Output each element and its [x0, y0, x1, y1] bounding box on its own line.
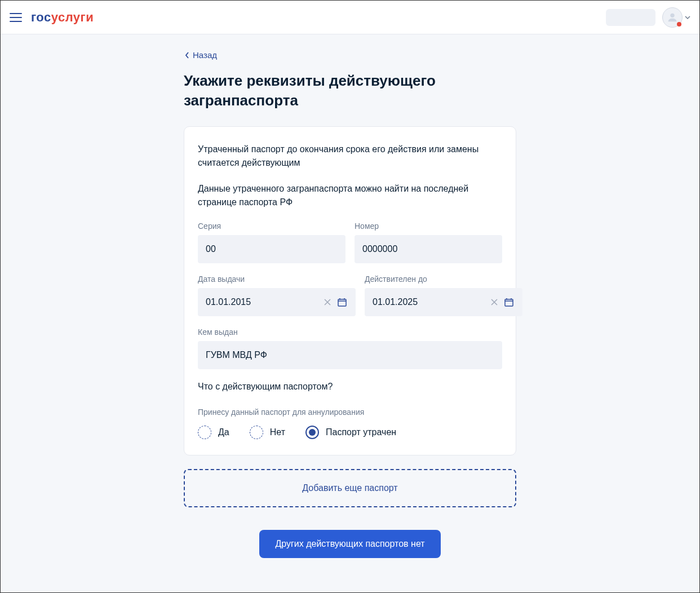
- radio-lost-label: Паспорт утрачен: [326, 427, 396, 437]
- chevron-left-icon: [185, 52, 189, 59]
- notification-dot-icon: [677, 22, 681, 26]
- series-input-field[interactable]: [206, 244, 338, 254]
- radio-lost[interactable]: Паспорт утрачен: [305, 426, 396, 439]
- user-menu[interactable]: [662, 7, 690, 28]
- passport-card: Утраченный паспорт до окончания срока ег…: [184, 126, 516, 455]
- add-passport-label: Добавить еще паспорт: [302, 483, 397, 493]
- back-link[interactable]: Назад: [185, 50, 217, 60]
- radio-group: Да Нет Паспорт утрачен: [198, 426, 502, 439]
- passport-status-question: Что с действующим паспортом?: [198, 382, 502, 392]
- back-label: Назад: [193, 50, 217, 60]
- header-action-placeholder: [606, 9, 655, 26]
- series-input[interactable]: [198, 235, 345, 263]
- radio-circle-no: [250, 426, 263, 439]
- add-passport-button[interactable]: Добавить еще паспорт: [184, 469, 516, 507]
- submit-label: Других действующих паспортов нет: [275, 539, 424, 548]
- radio-yes[interactable]: Да: [198, 426, 229, 439]
- calendar-icon[interactable]: [336, 296, 348, 308]
- svg-rect-1: [338, 299, 346, 306]
- info-text-2: Данные утраченного загранпаспорта можно …: [198, 182, 502, 209]
- page-title: Укажите реквизиты действующего загранпас…: [184, 71, 454, 110]
- menu-icon[interactable]: [10, 13, 22, 22]
- valid-until-input[interactable]: [365, 288, 522, 316]
- number-input-field[interactable]: [362, 244, 494, 254]
- calendar-icon[interactable]: [503, 296, 515, 308]
- header: госуслуги: [1, 1, 699, 34]
- number-label: Номер: [355, 222, 502, 231]
- info-text-1: Утраченный паспорт до окончания срока ег…: [198, 143, 502, 170]
- issued-by-field[interactable]: [206, 350, 494, 360]
- radio-no-label: Нет: [270, 427, 285, 437]
- clear-valid-until-icon[interactable]: [489, 296, 500, 308]
- logo[interactable]: госуслуги: [31, 10, 94, 25]
- logo-part2: услуги: [51, 10, 94, 24]
- svg-rect-2: [505, 299, 513, 306]
- no-other-passports-button[interactable]: Других действующих паспортов нет: [259, 530, 440, 558]
- valid-until-field[interactable]: [373, 297, 485, 307]
- issue-date-field[interactable]: [206, 297, 318, 307]
- issued-by-input[interactable]: [198, 341, 502, 369]
- clear-issue-date-icon[interactable]: [322, 296, 333, 308]
- avatar: [662, 7, 683, 28]
- issued-by-label: Кем выдан: [198, 328, 502, 337]
- chevron-down-icon: [685, 15, 690, 20]
- radio-yes-label: Да: [218, 427, 229, 437]
- issue-date-input[interactable]: [198, 288, 356, 316]
- svg-point-0: [670, 13, 674, 17]
- logo-part1: гос: [31, 10, 51, 24]
- number-input[interactable]: [355, 235, 502, 263]
- series-label: Серия: [198, 222, 345, 231]
- radio-circle-yes: [198, 426, 211, 439]
- user-icon: [666, 11, 679, 24]
- radio-no[interactable]: Нет: [250, 426, 285, 439]
- radio-circle-lost: [305, 426, 319, 439]
- issue-date-label: Дата выдачи: [198, 275, 356, 284]
- valid-until-label: Действителен до: [365, 275, 522, 284]
- radio-group-label: Принесу данный паспорт для аннулирования: [198, 408, 502, 417]
